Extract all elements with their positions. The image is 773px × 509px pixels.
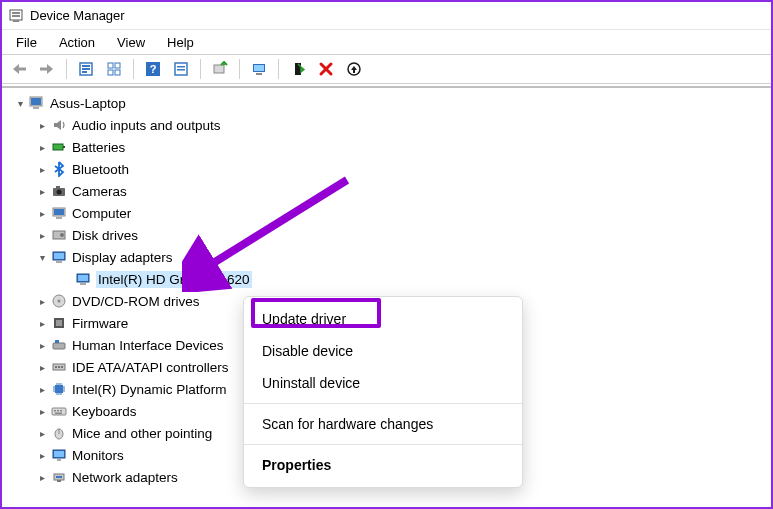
tree-item-label: Human Interface Devices — [72, 338, 224, 353]
expand-icon[interactable]: ▸ — [34, 381, 50, 397]
menu-help[interactable]: Help — [157, 33, 204, 52]
back-button[interactable] — [6, 57, 32, 81]
tree-item-label: Mice and other pointing — [72, 426, 212, 441]
tree-item-cameras[interactable]: ▸ Cameras — [6, 180, 771, 202]
svg-rect-3 — [13, 20, 19, 22]
enable-device-icon[interactable] — [285, 57, 311, 81]
menu-file[interactable]: File — [6, 33, 47, 52]
mouse-icon — [50, 424, 68, 442]
tree-item-disk-drives[interactable]: ▸ Disk drives — [6, 224, 771, 246]
window-title: Device Manager — [30, 8, 125, 23]
svg-rect-19 — [214, 65, 224, 73]
tree-item-label: Intel(R) Dynamic Platform — [72, 382, 227, 397]
tree-root[interactable]: ▾ Asus-Laptop — [6, 92, 771, 114]
svg-rect-10 — [108, 63, 113, 68]
svg-rect-12 — [108, 70, 113, 75]
ctx-separator — [244, 444, 522, 445]
collapse-icon[interactable]: ▾ — [12, 95, 28, 111]
expand-icon[interactable]: ▸ — [34, 183, 50, 199]
svg-point-46 — [58, 300, 61, 303]
svg-point-52 — [55, 366, 57, 368]
svg-rect-43 — [78, 275, 88, 281]
svg-rect-4 — [18, 68, 26, 71]
help-icon[interactable]: ? — [140, 57, 166, 81]
tree-item-audio[interactable]: ▸ Audio inputs and outputs — [6, 114, 771, 136]
svg-point-38 — [60, 233, 64, 237]
svg-rect-57 — [54, 410, 56, 412]
toolbar-separator — [239, 59, 240, 79]
tree-item-computer[interactable]: ▸ Computer — [6, 202, 771, 224]
disable-device-icon[interactable] — [341, 57, 367, 81]
expand-icon[interactable]: ▸ — [34, 117, 50, 133]
expand-icon[interactable]: ▸ — [34, 337, 50, 353]
toolbar-separator — [278, 59, 279, 79]
expand-icon[interactable]: ▸ — [34, 403, 50, 419]
ctx-properties[interactable]: Properties — [244, 449, 522, 481]
svg-text:?: ? — [150, 63, 157, 75]
svg-point-32 — [57, 190, 62, 195]
expand-icon[interactable]: ▸ — [34, 161, 50, 177]
context-menu: Update driver Disable device Uninstall d… — [243, 296, 523, 488]
uninstall-device-icon[interactable] — [313, 57, 339, 81]
monitor-icon — [50, 446, 68, 464]
tree-item-label: Network adapters — [72, 470, 178, 485]
camera-icon — [50, 182, 68, 200]
expand-icon[interactable]: ▸ — [34, 205, 50, 221]
expand-icon[interactable]: ▸ — [34, 293, 50, 309]
tree-item-batteries[interactable]: ▸ Batteries — [6, 136, 771, 158]
svg-rect-27 — [31, 98, 41, 105]
expand-icon[interactable]: ▸ — [34, 425, 50, 441]
menu-action[interactable]: Action — [49, 33, 105, 52]
scan-icon[interactable] — [246, 57, 272, 81]
svg-rect-49 — [53, 343, 65, 349]
svg-rect-9 — [82, 71, 87, 73]
tree-item-label: DVD/CD-ROM drives — [72, 294, 200, 309]
dvd-icon — [50, 292, 68, 310]
show-hidden-icon[interactable] — [73, 57, 99, 81]
svg-point-53 — [58, 366, 60, 368]
properties-icon[interactable] — [168, 57, 194, 81]
svg-rect-48 — [56, 320, 62, 326]
tree-item-bluetooth[interactable]: ▸ Bluetooth — [6, 158, 771, 180]
svg-point-54 — [61, 366, 63, 368]
tree-item-gpu[interactable]: Intel(R) HD Graphics 620 — [6, 268, 771, 290]
tree-item-display-adapters[interactable]: ▾ Display adapters — [6, 246, 771, 268]
svg-rect-2 — [12, 15, 20, 17]
keyboard-icon — [50, 402, 68, 420]
show-all-icon[interactable] — [101, 57, 127, 81]
svg-rect-44 — [80, 283, 86, 285]
forward-button[interactable] — [34, 57, 60, 81]
svg-rect-58 — [57, 410, 59, 412]
svg-rect-13 — [115, 70, 120, 75]
chip-icon — [50, 380, 68, 398]
update-driver-icon[interactable] — [207, 57, 233, 81]
expand-icon[interactable]: ▸ — [34, 447, 50, 463]
tree-item-label: Batteries — [72, 140, 125, 155]
collapse-icon[interactable]: ▾ — [34, 249, 50, 265]
ctx-disable-device[interactable]: Disable device — [244, 335, 522, 367]
expand-icon[interactable]: ▸ — [34, 359, 50, 375]
svg-rect-50 — [55, 340, 59, 343]
svg-rect-67 — [56, 476, 62, 478]
svg-rect-7 — [82, 65, 90, 67]
svg-rect-5 — [40, 68, 48, 71]
tree-item-label: Audio inputs and outputs — [72, 118, 221, 133]
network-icon — [50, 468, 68, 486]
tree-item-label: Keyboards — [72, 404, 137, 419]
ctx-update-driver[interactable]: Update driver — [244, 303, 522, 335]
expand-icon[interactable]: ▸ — [34, 315, 50, 331]
svg-rect-59 — [60, 410, 62, 412]
expand-icon[interactable]: ▸ — [34, 139, 50, 155]
expand-icon[interactable]: ▸ — [34, 227, 50, 243]
ctx-uninstall-device[interactable]: Uninstall device — [244, 367, 522, 399]
ide-icon — [50, 358, 68, 376]
tree-item-label: Monitors — [72, 448, 124, 463]
ctx-scan-hardware[interactable]: Scan for hardware changes — [244, 408, 522, 440]
expand-icon[interactable]: ▸ — [34, 469, 50, 485]
tree-item-label: Firmware — [72, 316, 128, 331]
speaker-icon — [50, 116, 68, 134]
tree-item-label: Bluetooth — [72, 162, 129, 177]
menu-view[interactable]: View — [107, 33, 155, 52]
no-twisty — [58, 271, 74, 287]
hid-icon — [50, 336, 68, 354]
